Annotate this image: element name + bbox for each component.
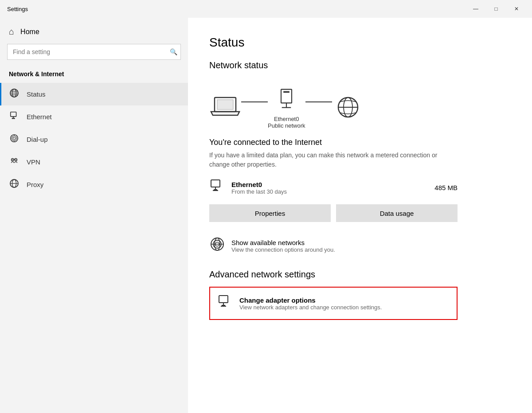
show-networks-title: Show available networks [231,239,335,246]
app-body: ⌂ Home 🔍 Network & Internet Status [0,18,532,413]
dialup-label: Dial-up [27,136,48,143]
vpn-icon [9,156,20,168]
diagram-adapter: Ethernet0 Public network [268,86,305,129]
sidebar: ⌂ Home 🔍 Network & Internet Status [0,18,188,413]
svg-point-12 [13,137,16,140]
window-controls: — □ ✕ [466,2,527,16]
home-icon: ⌂ [9,27,14,37]
svg-rect-35 [214,189,215,191]
diagram-line-1 [241,101,268,102]
svg-rect-45 [222,305,223,307]
content-area: Status Network status [188,18,532,413]
adapter-title: Change adapter options [239,296,382,304]
svg-rect-36 [216,189,217,191]
data-usage-button[interactable]: Data usage [336,204,458,222]
minimize-button[interactable]: — [466,2,486,16]
sidebar-item-home[interactable]: ⌂ Home [0,18,188,44]
ethernet-details: Ethernet0 From the last 30 days [231,181,287,195]
close-button[interactable]: ✕ [506,2,527,16]
search-input[interactable] [7,44,181,60]
titlebar: Settings — □ ✕ [0,0,532,18]
app-title: Settings [7,6,28,12]
svg-point-16 [12,159,13,160]
diagram-laptop [209,94,241,121]
adapter-caption: Ethernet0 Public network [268,116,305,129]
ethernet-size: 485 MB [434,184,458,191]
status-label: Status [27,90,46,98]
sidebar-item-dialup[interactable]: Dial-up [0,128,188,151]
show-networks-row[interactable]: Show available networks View the connect… [209,236,511,255]
svg-rect-32 [211,180,220,187]
home-label: Home [20,28,39,36]
sidebar-section-title: Network & Internet [0,67,188,83]
ethernet-status-row: Ethernet0 From the last 30 days 485 MB [209,178,458,197]
show-networks-icon [209,236,225,255]
svg-rect-46 [224,305,225,307]
adapter-sub: View network adapters and change connect… [239,304,382,311]
ethernet-label: Ethernet [27,113,52,121]
svg-rect-24 [217,100,233,109]
advanced-title: Advanced network settings [209,269,511,280]
proxy-icon [9,179,20,191]
svg-rect-9 [14,118,15,119]
maximize-button[interactable]: □ [486,2,506,16]
network-status-title: Network status [209,60,511,70]
svg-rect-8 [12,118,13,119]
show-networks-sub: View the connection options around you. [231,246,335,253]
ethernet-icon [9,111,20,123]
ethernet-info: Ethernet0 From the last 30 days [209,178,287,197]
sidebar-item-vpn[interactable]: VPN [0,151,188,173]
action-buttons: Properties Data usage [209,204,458,222]
show-networks-info: Show available networks View the connect… [231,239,335,253]
svg-point-18 [16,159,16,160]
svg-point-11 [12,136,17,141]
properties-button[interactable]: Properties [209,204,331,222]
search-box: 🔍 [7,44,181,60]
diagram-globe [332,94,364,121]
sidebar-item-ethernet[interactable]: Ethernet [0,105,188,128]
status-icon [9,88,20,100]
diagram-line-2 [305,101,332,102]
sidebar-item-status[interactable]: Status [0,83,188,105]
network-diagram: Ethernet0 Public network [209,81,511,129]
svg-rect-5 [11,112,16,117]
ethernet-name: Ethernet0 [231,181,287,188]
change-adapter-card[interactable]: Change adapter options View network adap… [209,287,458,320]
vpn-label: VPN [27,158,40,166]
sidebar-item-proxy[interactable]: Proxy [0,173,188,196]
svg-rect-42 [219,296,228,303]
connected-heading: You're connected to the Internet [209,138,511,147]
search-icon-button[interactable]: 🔍 [170,48,177,55]
svg-rect-26 [283,91,289,93]
dialup-icon [9,133,20,145]
adapter-card-icon [217,294,233,313]
adapter-info: Change adapter options View network adap… [239,296,382,311]
connected-desc: If you have a limited data plan, you can… [209,151,458,169]
page-title: Status [209,35,511,50]
ethernet-sub: From the last 30 days [231,188,287,195]
ethernet-status-icon [209,178,225,197]
proxy-label: Proxy [27,181,43,188]
